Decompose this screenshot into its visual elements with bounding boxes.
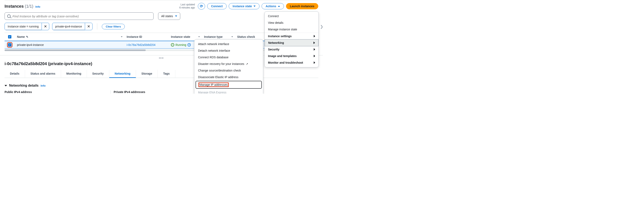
last-updated: Last updated 6 minutes ago bbox=[180, 3, 195, 9]
col-instance-state[interactable]: Instance state bbox=[169, 35, 202, 38]
sort-icon[interactable] bbox=[198, 36, 200, 37]
instance-name: private-ipv4-instance bbox=[17, 43, 44, 46]
submenu-manage-ip[interactable]: Manage IP addresses bbox=[196, 81, 262, 89]
submenu-manage-ena: Manage ENA Express bbox=[194, 89, 263, 94]
submenu-disassociate-eip[interactable]: Disassociate Elastic IP address bbox=[194, 74, 263, 80]
connect-button[interactable]: Connect bbox=[207, 3, 226, 9]
launch-label: Launch instances bbox=[290, 4, 314, 8]
filter-token-name[interactable]: private-ipv4-instance ✕ bbox=[52, 23, 92, 30]
submenu-label: Manage IP addresses bbox=[198, 82, 229, 87]
col-status-check[interactable]: Status check bbox=[235, 35, 268, 38]
col-id-label: Instance ID bbox=[127, 35, 142, 38]
menu-instance-settings[interactable]: Instance settings bbox=[265, 33, 318, 39]
tab-security[interactable]: Security bbox=[87, 70, 109, 78]
filter-token-label: Instance state = running bbox=[5, 23, 41, 30]
tab-storage[interactable]: Storage bbox=[136, 70, 158, 78]
sort-icon[interactable] bbox=[121, 36, 122, 37]
tab-status-alarms[interactable]: Status and alarms bbox=[25, 70, 61, 78]
clear-filters-button[interactable]: Clear filters bbox=[102, 24, 125, 29]
divider bbox=[97, 23, 97, 29]
submenu-connect-rds[interactable]: Connect RDS database bbox=[194, 54, 263, 61]
actions-button[interactable]: Actions bbox=[262, 3, 284, 9]
menu-label: Security bbox=[268, 48, 279, 51]
title-text: Instances bbox=[4, 4, 24, 8]
actions-menu: Connect View details Manage instance sta… bbox=[264, 11, 319, 67]
search-input-wrap[interactable] bbox=[4, 12, 154, 20]
expand-icon[interactable]: + bbox=[188, 43, 191, 46]
chevron-down-icon bbox=[175, 15, 177, 17]
menu-image-templates[interactable]: Image and templates bbox=[265, 53, 318, 59]
search-input[interactable] bbox=[12, 14, 151, 18]
page-title: Instances (1/1) bbox=[4, 4, 33, 9]
submenu-disaster-recovery[interactable]: Disaster recovery for your instances↗ bbox=[194, 61, 263, 67]
menu-security[interactable]: Security bbox=[265, 46, 318, 53]
state-text: Running bbox=[176, 43, 186, 46]
menu-label: Monitor and troubleshoot bbox=[268, 61, 303, 64]
menu-label: Manage instance state bbox=[268, 28, 297, 31]
chevron-down-icon bbox=[254, 5, 256, 7]
col-instance-id[interactable]: Instance ID bbox=[124, 35, 169, 38]
submenu-label: Disaster recovery for your instances bbox=[198, 62, 244, 65]
col-name[interactable]: Name ✎ bbox=[15, 35, 124, 38]
instance-count: (1/1) bbox=[25, 4, 33, 8]
chevron-right-icon bbox=[314, 41, 315, 44]
col-name-label: Name bbox=[17, 35, 25, 38]
grip-icon: ══ bbox=[159, 56, 164, 59]
menu-connect[interactable]: Connect bbox=[265, 13, 318, 19]
private-ipv4-text: Private IPv4 addresses bbox=[110, 90, 145, 94]
status-ok-icon: ✓ bbox=[171, 43, 174, 46]
col-state-label: Instance state bbox=[171, 35, 190, 38]
tab-details[interactable]: Details bbox=[4, 70, 25, 78]
submenu-label: Disassociate Elastic IP address bbox=[198, 75, 238, 79]
filter-token-label: private-ipv4-instance bbox=[53, 23, 84, 30]
submenu-detach-eni[interactable]: Detach network interface bbox=[194, 47, 263, 54]
state-filter-label: All states bbox=[161, 14, 173, 18]
launch-instances-button[interactable]: Launch instances bbox=[286, 3, 318, 9]
chevron-right-icon bbox=[314, 35, 315, 37]
submenu-label: Detach network interface bbox=[198, 49, 230, 52]
submenu-source-dest-check[interactable]: Change source/destination check bbox=[194, 67, 263, 74]
remove-filter-icon[interactable]: ✕ bbox=[85, 23, 92, 30]
tab-networking[interactable]: Networking bbox=[109, 70, 136, 78]
submenu-attach-eni[interactable]: Attach network interface bbox=[194, 41, 263, 47]
instance-state-button[interactable]: Instance state bbox=[229, 3, 260, 9]
sort-icon[interactable] bbox=[231, 36, 233, 37]
refresh-button[interactable]: ⟳ bbox=[198, 3, 205, 9]
refresh-icon: ⟳ bbox=[200, 4, 203, 8]
menu-label: Connect bbox=[268, 14, 279, 18]
menu-manage-state[interactable]: Manage instance state bbox=[265, 26, 318, 33]
menu-label: View details bbox=[268, 21, 283, 24]
chevron-up-icon bbox=[278, 5, 280, 7]
state-filter-dropdown[interactable]: All states bbox=[158, 12, 180, 20]
col-type-label: Instance type bbox=[204, 35, 222, 38]
info-link[interactable]: Info bbox=[40, 84, 46, 87]
row-checkbox[interactable]: ✓ bbox=[8, 43, 12, 46]
edit-icon[interactable]: ✎ bbox=[26, 35, 28, 38]
scroll-right-icon[interactable]: ❯ bbox=[320, 24, 323, 29]
select-all-checkbox[interactable]: ✓ bbox=[8, 35, 12, 38]
networking-details-header[interactable]: Networking details Info bbox=[4, 84, 318, 87]
tab-monitoring[interactable]: Monitoring bbox=[61, 70, 87, 78]
instance-id-link[interactable]: i-0c78a76d2a5b8d204 bbox=[127, 43, 156, 46]
remove-filter-icon[interactable]: ✕ bbox=[42, 23, 49, 30]
menu-label: Instance settings bbox=[268, 34, 292, 38]
info-link[interactable]: Info bbox=[36, 5, 40, 8]
chevron-right-icon bbox=[314, 61, 315, 64]
collapse-icon bbox=[4, 85, 7, 86]
connect-label: Connect bbox=[211, 4, 223, 8]
menu-networking[interactable]: Networking bbox=[265, 39, 318, 46]
section-title: Networking details bbox=[9, 84, 38, 87]
filter-token-state[interactable]: Instance state = running ✕ bbox=[4, 23, 49, 30]
menu-view-details[interactable]: View details bbox=[265, 19, 318, 26]
col-instance-type[interactable]: Instance type bbox=[202, 35, 235, 38]
private-ipv4-label: Private IPv4 addresses bbox=[110, 90, 145, 94]
menu-label: Image and templates bbox=[268, 54, 297, 58]
networking-submenu: Attach network interface Detach network … bbox=[194, 39, 263, 94]
menu-monitor-troubleshoot[interactable]: Monitor and troubleshoot bbox=[265, 59, 318, 66]
tab-tags[interactable]: Tags bbox=[158, 70, 175, 78]
menu-label: Networking bbox=[268, 41, 284, 44]
submenu-label: Attach network interface bbox=[198, 42, 229, 46]
scrollbar-thumb[interactable] bbox=[4, 49, 146, 51]
detail-tabs: Details Status and alarms Monitoring Sec… bbox=[4, 70, 318, 78]
submenu-label: Connect RDS database bbox=[198, 56, 228, 59]
